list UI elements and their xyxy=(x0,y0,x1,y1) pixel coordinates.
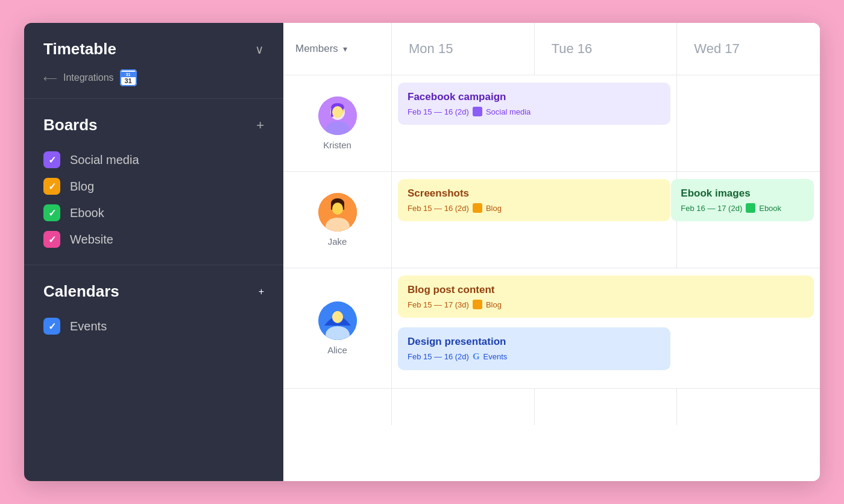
board-icon-blog-alice xyxy=(473,300,482,309)
calendars-header: Calendars + xyxy=(43,282,264,301)
main-content: Members ▾ Mon 15 Tue 16 Wed 17 xyxy=(283,23,820,481)
board-item-ebook[interactable]: ✓ Ebook xyxy=(43,200,264,226)
calendar-label-events: Events xyxy=(70,320,107,333)
calendar-checkbox-events[interactable]: ✓ xyxy=(43,318,60,335)
day-header-tue16: Tue 16 xyxy=(535,23,678,75)
event-screenshots[interactable]: Screenshots Feb 15 — 16 (2d) Blog xyxy=(398,179,670,221)
board-label-blog: Blog xyxy=(70,180,94,194)
board-label-social-media: Social media xyxy=(70,153,139,167)
members-dropdown-icon[interactable]: ▾ xyxy=(343,44,347,54)
day-cell-kristen-mon-tue: Facebook campaign Feb 15 — 16 (2d) Socia… xyxy=(392,75,677,171)
board-icon-blog-screenshots xyxy=(473,203,482,213)
day-cell-jake-mon-tue: Screenshots Feb 15 — 16 (2d) Blog xyxy=(392,172,677,268)
board-checkbox-ebook[interactable]: ✓ xyxy=(43,204,60,221)
empty-day-wed xyxy=(677,389,820,425)
event-meta-facebook-campaign: Feb 15 — 16 (2d) Social media xyxy=(408,107,661,116)
board-icon-social-media xyxy=(473,107,482,116)
integrations-row: ⟵ Integrations 31 31 xyxy=(43,69,264,86)
event-board-screenshots: Blog xyxy=(486,204,502,213)
calendar-body: Kristen Facebook campaign Feb 15 — 16 (2… xyxy=(283,75,820,481)
day-label-wed17: Wed 17 xyxy=(694,41,739,56)
board-checkbox-blog[interactable]: ✓ xyxy=(43,178,60,195)
day-cell-jake-wed: Ebook images Feb 16 — 17 (2d) Ebook xyxy=(677,172,820,268)
svg-point-14 xyxy=(332,203,343,215)
empty-day-tue xyxy=(535,389,678,425)
member-name-jake: Jake xyxy=(328,236,347,247)
event-board-facebook-campaign: Social media xyxy=(486,107,531,116)
design-presentation-wrapper: Design presentation Feb 15 — 16 (2d) G E… xyxy=(398,327,675,375)
timetable-title: Timetable xyxy=(43,40,116,58)
boards-title: Boards xyxy=(43,116,98,134)
calendars-section: Calendars + ✓ Events xyxy=(24,265,283,351)
event-date-screenshots: Feb 15 — 16 (2d) xyxy=(408,204,469,213)
event-ebook-images[interactable]: Ebook images Feb 16 — 17 (2d) Ebook xyxy=(671,179,814,221)
members-label: Members xyxy=(295,43,338,55)
app-container: Timetable ∨ ⟵ Integrations 31 31 Boards … xyxy=(24,23,820,481)
calendar-item-events[interactable]: ✓ Events xyxy=(43,313,264,339)
empty-day-mon xyxy=(392,389,535,425)
event-blog-post-content[interactable]: Blog post content Feb 15 — 17 (3d) Blog xyxy=(398,276,814,318)
day-cell-kristen-wed xyxy=(677,75,820,171)
day-label-tue16: Tue 16 xyxy=(552,41,593,56)
event-meta-screenshots: Feb 15 — 16 (2d) Blog xyxy=(408,203,661,213)
integrations-label: Integrations xyxy=(63,72,114,83)
calendar-row-jake: Jake Screenshots Feb 15 — 16 (2d) Blog xyxy=(283,172,820,268)
event-board-ebook-images: Ebook xyxy=(759,204,781,213)
board-item-social-media[interactable]: ✓ Social media xyxy=(43,146,264,173)
member-name-alice: Alice xyxy=(327,345,347,355)
board-checkbox-website[interactable]: ✓ xyxy=(43,231,60,248)
event-date-facebook-campaign: Feb 15 — 16 (2d) xyxy=(408,107,469,116)
event-facebook-campaign[interactable]: Facebook campaign Feb 15 — 16 (2d) Socia… xyxy=(398,83,670,125)
timetable-section: Timetable ∨ ⟵ Integrations 31 31 xyxy=(24,23,283,99)
event-title-design-presentation: Design presentation xyxy=(408,336,661,348)
event-title-screenshots: Screenshots xyxy=(408,187,661,200)
event-date-ebook-images: Feb 16 — 17 (2d) xyxy=(681,204,742,213)
member-cell-jake: Jake xyxy=(283,172,392,268)
google-calendar-badge[interactable]: 31 31 xyxy=(120,69,137,86)
member-name-kristen: Kristen xyxy=(323,140,351,150)
day-header-mon15: Mon 15 xyxy=(392,23,535,75)
timetable-chevron[interactable]: ∨ xyxy=(255,42,264,57)
board-item-blog[interactable]: ✓ Blog xyxy=(43,173,264,200)
board-icon-ebook xyxy=(746,203,755,213)
calendar-header: Members ▾ Mon 15 Tue 16 Wed 17 xyxy=(283,23,820,75)
calendar-row-empty xyxy=(283,389,820,425)
timetable-header: Timetable ∨ xyxy=(43,40,264,58)
calendar-row-kristen: Kristen Facebook campaign Feb 15 — 16 (2… xyxy=(283,75,820,172)
day-label-mon15: Mon 15 xyxy=(409,41,453,56)
empty-member-cell xyxy=(283,389,392,425)
filter-icon: ⟵ xyxy=(43,72,57,84)
members-column-header[interactable]: Members ▾ xyxy=(283,23,392,75)
event-date-design-presentation: Feb 15 — 16 (2d) xyxy=(408,352,469,361)
board-checkbox-social-media[interactable]: ✓ xyxy=(43,151,60,168)
avatar-jake xyxy=(318,193,357,232)
boards-section: Boards + ✓ Social media ✓ Blog ✓ Ebook xyxy=(24,99,283,265)
event-meta-ebook-images: Feb 16 — 17 (2d) Ebook xyxy=(681,203,804,213)
event-title-facebook-campaign: Facebook campaign xyxy=(408,91,661,103)
board-item-website[interactable]: ✓ Website xyxy=(43,226,264,253)
member-cell-alice: Alice xyxy=(283,268,392,388)
calendars-title: Calendars xyxy=(43,282,119,301)
calendar-row-alice: Alice Blog post content Feb 15 — 17 (3d)… xyxy=(283,268,820,389)
svg-point-7 xyxy=(332,106,343,118)
add-calendar-button[interactable]: + xyxy=(259,286,264,297)
event-design-presentation[interactable]: Design presentation Feb 15 — 16 (2d) G E… xyxy=(398,327,670,370)
day-header-wed17: Wed 17 xyxy=(677,23,820,75)
alice-wed-empty xyxy=(675,327,814,375)
event-title-ebook-images: Ebook images xyxy=(681,187,804,200)
day-cell-alice-all: Blog post content Feb 15 — 17 (3d) Blog … xyxy=(392,268,820,388)
member-cell-kristen: Kristen xyxy=(283,75,392,171)
sidebar: Timetable ∨ ⟵ Integrations 31 31 Boards … xyxy=(24,23,283,481)
add-board-button[interactable]: + xyxy=(256,118,264,133)
event-board-design-presentation: Events xyxy=(483,352,508,361)
event-date-blog-post-content: Feb 15 — 17 (3d) xyxy=(408,300,469,309)
google-icon-design-presentation: G xyxy=(473,351,480,362)
avatar-kristen xyxy=(318,96,357,135)
avatar-alice xyxy=(318,301,357,340)
event-title-blog-post-content: Blog post content xyxy=(408,284,804,296)
event-meta-blog-post-content: Feb 15 — 17 (3d) Blog xyxy=(408,300,804,309)
event-board-blog-post-content: Blog xyxy=(486,300,502,309)
boards-header: Boards + xyxy=(43,116,264,134)
board-label-website: Website xyxy=(70,233,113,247)
event-meta-design-presentation: Feb 15 — 16 (2d) G Events xyxy=(408,351,661,362)
